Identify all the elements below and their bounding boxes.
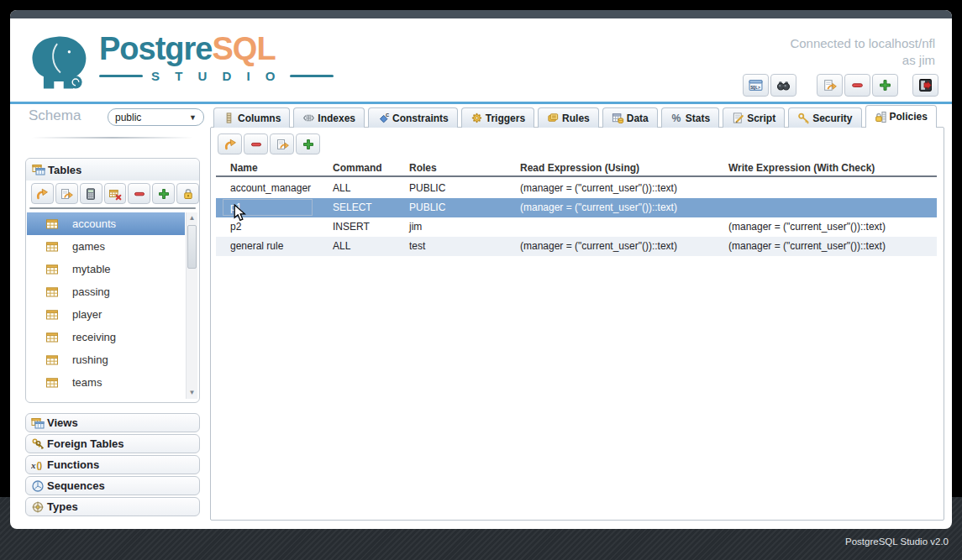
tab-columns[interactable]: Columns (213, 107, 290, 128)
tab-data[interactable]: Data (602, 107, 658, 128)
sidebar-section-types[interactable]: Types (25, 497, 200, 516)
logout-icon (918, 78, 933, 92)
table-list-item[interactable]: teams (27, 371, 185, 394)
sidebar-section-foreign-tables[interactable]: Foreign Tables (25, 434, 200, 453)
policy-row[interactable]: account_manager ALL PUBLIC (manager = ("… (216, 179, 937, 198)
column-header-write-expression: Write Expression (With Check) (728, 162, 875, 174)
analyze-table-button[interactable] (80, 183, 103, 204)
scrollbar-thumb[interactable] (187, 225, 197, 269)
object-tabs: Columns Indexes Constraints Triggers Rul… (213, 106, 937, 128)
scroll-up-icon[interactable]: ▲ (187, 212, 197, 224)
calculator-icon (84, 187, 97, 201)
table-icon (45, 376, 59, 390)
table-icon (45, 353, 59, 367)
logo-subtitle: S T U D I O (99, 69, 334, 83)
tables-scrollbar[interactable]: ▲ ▼ (186, 212, 197, 399)
schema-toolbar (817, 74, 898, 97)
app-version-label: PostgreSQL Studio v2.0 (845, 536, 949, 547)
rename-policy-button[interactable] (270, 133, 294, 154)
tab-triggers[interactable]: Triggers (461, 107, 534, 128)
refresh-icon (223, 138, 237, 151)
function-icon (31, 458, 45, 472)
tables-panel: Tables accounts games mytable passing pl… (25, 158, 200, 403)
minus-icon (250, 138, 263, 151)
create-table-button[interactable] (152, 183, 175, 204)
table-list-item[interactable]: rushing (27, 348, 185, 371)
tab-script[interactable]: Script (723, 107, 785, 128)
sidebar-section-functions[interactable]: Functions (25, 455, 200, 474)
tables-toolbar-divider (29, 207, 196, 209)
policy-row-selected[interactable]: p1 SELECT PUBLIC (manager = ("current_us… (216, 198, 937, 217)
drop-table-icon (108, 187, 122, 201)
plus-icon (157, 187, 171, 201)
logo-rule-left (99, 75, 143, 77)
connection-user: as jim (790, 52, 935, 69)
table-icon (45, 217, 59, 231)
search-button[interactable] (770, 74, 796, 97)
refresh-policies-button[interactable] (218, 133, 242, 154)
rename-schema-button[interactable] (817, 74, 843, 97)
script-icon (732, 112, 744, 124)
create-schema-button[interactable] (872, 74, 898, 97)
tab-indexes[interactable]: Indexes (293, 107, 365, 128)
plus-icon (878, 78, 892, 92)
keys-icon (31, 437, 45, 451)
table-icon (45, 308, 59, 322)
policy-row[interactable]: general rule ALL test (manager = ("curre… (216, 237, 937, 256)
drop-policy-button[interactable] (244, 133, 268, 154)
table-list-item[interactable]: mytable (27, 258, 185, 280)
policies-grid: account_manager ALL PUBLIC (manager = ("… (216, 179, 937, 256)
views-icon (31, 416, 45, 430)
schema-label: Schema (29, 107, 81, 124)
key-icon (797, 112, 810, 124)
tab-security[interactable]: Security (788, 107, 861, 128)
table-privileges-button[interactable] (176, 183, 199, 204)
tab-rules[interactable]: Rules (538, 107, 599, 128)
tab-constraints[interactable]: Constraints (368, 107, 458, 128)
table-list-item[interactable]: accounts (27, 212, 185, 235)
rename-icon (276, 138, 289, 151)
sql-worksheet-icon (749, 78, 763, 92)
logo-rule-right (290, 75, 334, 77)
column-header-read-expression: Read Expression (Using) (520, 162, 639, 174)
table-list-item[interactable]: player (27, 303, 185, 326)
tab-stats[interactable]: Stats (661, 107, 719, 128)
table-icon (45, 285, 59, 299)
logout-button[interactable] (912, 74, 938, 97)
drop-table-button[interactable] (128, 183, 150, 204)
sql-worksheet-button[interactable] (743, 74, 769, 97)
gear-icon (470, 112, 483, 124)
constraints-icon (377, 112, 390, 124)
rules-icon (547, 112, 560, 124)
truncate-table-button[interactable] (104, 183, 127, 204)
policies-panel: Name Command Roles Read Expression (Usin… (210, 127, 944, 521)
data-icon (612, 112, 624, 124)
table-list-item[interactable]: games (27, 235, 185, 258)
sidebar-section-sequences[interactable]: Sequences (25, 476, 200, 495)
connection-status: Connected to localhost/nfl as jim (790, 35, 935, 69)
table-icon (45, 240, 59, 254)
rename-icon (823, 78, 837, 92)
app-window: PostgreSQL S T U D I O Connected to loca… (10, 10, 952, 529)
scroll-down-icon[interactable]: ▼ (187, 387, 197, 399)
refresh-icon (35, 187, 49, 201)
sequence-icon (31, 479, 45, 493)
table-list-item[interactable]: receiving (27, 326, 185, 348)
policies-toolbar (218, 133, 320, 154)
percent-icon (670, 112, 683, 124)
refresh-tables-button[interactable] (31, 183, 54, 204)
sidebar-section-views[interactable]: Views (25, 413, 200, 432)
table-list-item[interactable]: passing (27, 280, 185, 303)
add-policy-button[interactable] (296, 133, 320, 154)
policy-row[interactable]: p2 INSERT jim (manager = ("current_user"… (216, 217, 937, 237)
schema-select[interactable]: public ▼ (108, 108, 204, 126)
policies-lock-icon (875, 111, 887, 123)
logo-wordmark: PostgreSQL (99, 32, 334, 65)
rename-table-button[interactable] (55, 183, 78, 204)
indexes-icon (302, 112, 315, 124)
tab-policies[interactable]: Policies (865, 105, 937, 128)
tables-panel-header[interactable]: Tables (26, 159, 199, 181)
drop-schema-button[interactable] (844, 74, 870, 97)
tables-toolbar (26, 181, 199, 207)
table-icon (45, 331, 59, 344)
